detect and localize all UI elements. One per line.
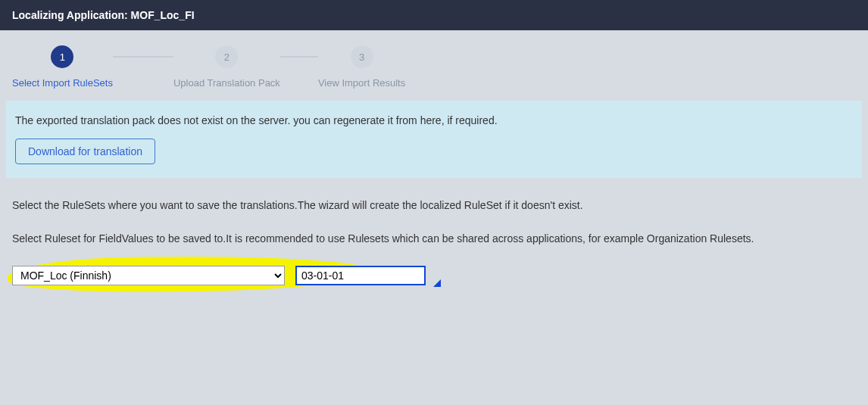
resize-handle-icon — [433, 279, 441, 287]
step-2-label: Upload Translation Pack — [173, 77, 280, 89]
step-3-label: View Import Results — [318, 77, 405, 89]
step-2-circle: 2 — [215, 45, 238, 68]
ruleset-select[interactable]: MOF_Loc (Finnish) — [12, 266, 285, 285]
ruleset-version-input[interactable] — [295, 266, 426, 285]
instruction-paragraph-1: Select the RuleSets where you want to sa… — [12, 199, 856, 211]
step-connector — [280, 56, 318, 58]
step-3-circle: 3 — [351, 45, 373, 68]
page-header: Localizing Application: MOF_Loc_FI — [0, 0, 868, 30]
step-2[interactable]: 2 Upload Translation Pack — [173, 45, 280, 89]
banner-text: The exported translation pack does not e… — [15, 114, 853, 126]
instruction-paragraph-2: Select Ruleset for FieldValues to be sav… — [12, 232, 856, 245]
wizard-steps: 1 Select Import RuleSets 2 Upload Transl… — [0, 30, 868, 101]
step-connector — [113, 56, 173, 58]
step-1[interactable]: 1 Select Import RuleSets — [12, 45, 113, 89]
page-title: Localizing Application: MOF_Loc_FI — [12, 9, 195, 21]
step-3[interactable]: 3 View Import Results — [318, 45, 405, 89]
ruleset-form-row: MOF_Loc (Finnish) — [12, 266, 856, 285]
step-1-label: Select Import RuleSets — [12, 77, 113, 89]
content-area: Select the RuleSets where you want to sa… — [0, 190, 868, 294]
download-translation-button[interactable]: Download for translation — [15, 139, 155, 164]
step-1-circle: 1 — [51, 45, 73, 68]
info-banner: The exported translation pack does not e… — [6, 101, 862, 178]
